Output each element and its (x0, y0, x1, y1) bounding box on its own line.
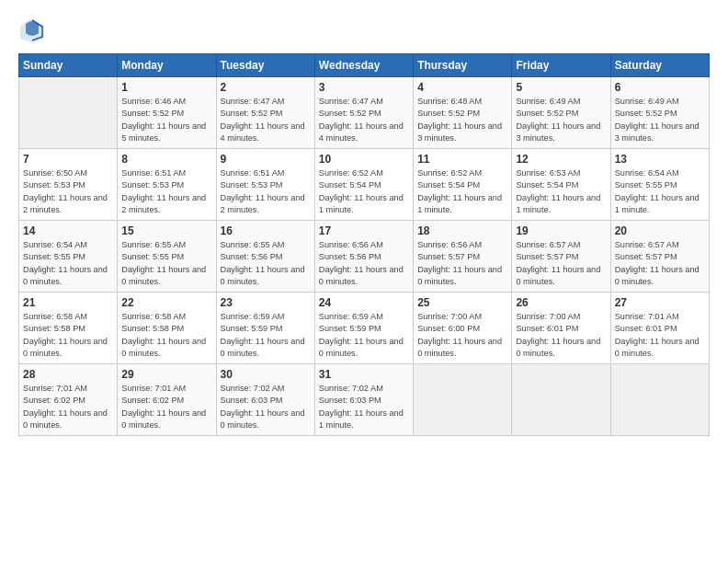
day-cell: 10Sunrise: 6:52 AMSunset: 5:54 PMDayligh… (314, 149, 413, 221)
day-info: Sunrise: 6:59 AMSunset: 5:59 PMDaylight:… (319, 311, 409, 360)
day-info: Sunrise: 6:58 AMSunset: 5:58 PMDaylight:… (121, 311, 211, 360)
day-number: 9 (221, 153, 311, 166)
day-info: Sunrise: 6:55 AMSunset: 5:56 PMDaylight:… (221, 239, 311, 288)
day-number: 20 (615, 224, 705, 237)
day-cell: 23Sunrise: 6:59 AMSunset: 5:59 PMDayligh… (216, 293, 314, 364)
day-cell: 27Sunrise: 7:01 AMSunset: 6:01 PMDayligh… (610, 293, 709, 364)
day-cell: 20Sunrise: 6:57 AMSunset: 5:57 PMDayligh… (610, 221, 709, 293)
day-number: 24 (319, 296, 409, 309)
calendar-page: SundayMondayTuesdayWednesdayThursdayFrid… (0, 0, 728, 563)
day-number: 3 (319, 81, 409, 94)
calendar-table: SundayMondayTuesdayWednesdayThursdayFrid… (18, 53, 710, 436)
day-number: 15 (121, 224, 211, 237)
day-number: 23 (221, 296, 311, 309)
day-info: Sunrise: 7:02 AMSunset: 6:03 PMDaylight:… (319, 383, 409, 431)
day-number: 13 (615, 153, 705, 166)
day-info: Sunrise: 7:00 AMSunset: 6:01 PMDaylight:… (516, 311, 606, 360)
day-info: Sunrise: 6:57 AMSunset: 5:57 PMDaylight:… (615, 239, 705, 288)
day-number: 14 (23, 224, 113, 237)
day-info: Sunrise: 6:46 AMSunset: 5:52 PMDaylight:… (121, 96, 211, 144)
day-cell (512, 364, 610, 436)
header (18, 17, 710, 44)
day-info: Sunrise: 6:47 AMSunset: 5:52 PMDaylight:… (221, 96, 311, 144)
day-info: Sunrise: 7:00 AMSunset: 6:00 PMDaylight:… (417, 311, 507, 360)
day-number: 17 (319, 224, 409, 237)
day-cell: 8Sunrise: 6:51 AMSunset: 5:53 PMDaylight… (118, 149, 216, 221)
day-number: 21 (23, 296, 113, 309)
day-number: 2 (221, 81, 311, 94)
day-number: 26 (516, 296, 606, 309)
day-info: Sunrise: 6:49 AMSunset: 5:52 PMDaylight:… (615, 96, 705, 144)
col-header-friday: Friday (512, 54, 610, 77)
week-row-2: 7Sunrise: 6:50 AMSunset: 5:53 PMDaylight… (19, 149, 710, 221)
day-cell: 13Sunrise: 6:54 AMSunset: 5:55 PMDayligh… (610, 149, 709, 221)
day-info: Sunrise: 6:58 AMSunset: 5:58 PMDaylight:… (23, 311, 113, 360)
calendar-body: 1Sunrise: 6:46 AMSunset: 5:52 PMDaylight… (19, 77, 710, 436)
day-number: 12 (516, 153, 606, 166)
day-cell: 1Sunrise: 6:46 AMSunset: 5:52 PMDaylight… (118, 77, 216, 149)
day-cell: 16Sunrise: 6:55 AMSunset: 5:56 PMDayligh… (216, 221, 314, 293)
logo (18, 17, 50, 44)
day-cell: 11Sunrise: 6:52 AMSunset: 5:54 PMDayligh… (414, 149, 512, 221)
day-info: Sunrise: 6:49 AMSunset: 5:52 PMDaylight:… (516, 96, 606, 144)
day-number: 31 (319, 368, 409, 381)
day-info: Sunrise: 6:52 AMSunset: 5:54 PMDaylight:… (417, 167, 507, 216)
day-cell (19, 77, 118, 149)
week-row-3: 14Sunrise: 6:54 AMSunset: 5:55 PMDayligh… (19, 221, 710, 293)
day-info: Sunrise: 6:48 AMSunset: 5:52 PMDaylight:… (417, 96, 507, 144)
day-number: 28 (23, 368, 113, 381)
day-number: 22 (121, 296, 211, 309)
day-info: Sunrise: 7:01 AMSunset: 6:02 PMDaylight:… (23, 383, 113, 431)
day-info: Sunrise: 6:53 AMSunset: 5:54 PMDaylight:… (516, 167, 606, 216)
day-cell: 28Sunrise: 7:01 AMSunset: 6:02 PMDayligh… (19, 364, 118, 436)
day-info: Sunrise: 6:50 AMSunset: 5:53 PMDaylight:… (23, 167, 113, 216)
day-cell: 17Sunrise: 6:56 AMSunset: 5:56 PMDayligh… (314, 221, 413, 293)
day-cell: 22Sunrise: 6:58 AMSunset: 5:58 PMDayligh… (118, 293, 216, 364)
day-number: 7 (23, 153, 113, 166)
day-cell: 26Sunrise: 7:00 AMSunset: 6:01 PMDayligh… (512, 293, 610, 364)
day-cell: 5Sunrise: 6:49 AMSunset: 5:52 PMDaylight… (512, 77, 610, 149)
day-info: Sunrise: 6:51 AMSunset: 5:53 PMDaylight:… (121, 167, 211, 216)
day-number: 1 (121, 81, 211, 94)
day-number: 5 (516, 81, 606, 94)
logo-icon (18, 17, 46, 44)
day-cell: 7Sunrise: 6:50 AMSunset: 5:53 PMDaylight… (19, 149, 118, 221)
col-header-monday: Monday (118, 54, 216, 77)
col-header-wednesday: Wednesday (314, 54, 413, 77)
day-info: Sunrise: 6:59 AMSunset: 5:59 PMDaylight:… (221, 311, 311, 360)
day-cell: 6Sunrise: 6:49 AMSunset: 5:52 PMDaylight… (610, 77, 709, 149)
col-header-tuesday: Tuesday (216, 54, 314, 77)
day-info: Sunrise: 6:51 AMSunset: 5:53 PMDaylight:… (221, 167, 311, 216)
day-info: Sunrise: 7:02 AMSunset: 6:03 PMDaylight:… (221, 383, 311, 431)
day-info: Sunrise: 6:54 AMSunset: 5:55 PMDaylight:… (615, 167, 705, 216)
col-header-sunday: Sunday (19, 54, 118, 77)
day-info: Sunrise: 6:57 AMSunset: 5:57 PMDaylight:… (516, 239, 606, 288)
day-number: 4 (417, 81, 507, 94)
week-row-5: 28Sunrise: 7:01 AMSunset: 6:02 PMDayligh… (19, 364, 710, 436)
day-info: Sunrise: 6:56 AMSunset: 5:56 PMDaylight:… (319, 239, 409, 288)
col-header-saturday: Saturday (610, 54, 709, 77)
day-cell: 19Sunrise: 6:57 AMSunset: 5:57 PMDayligh… (512, 221, 610, 293)
day-info: Sunrise: 6:52 AMSunset: 5:54 PMDaylight:… (319, 167, 409, 216)
calendar-header: SundayMondayTuesdayWednesdayThursdayFrid… (19, 54, 710, 77)
day-cell: 4Sunrise: 6:48 AMSunset: 5:52 PMDaylight… (414, 77, 512, 149)
day-cell: 15Sunrise: 6:55 AMSunset: 5:55 PMDayligh… (118, 221, 216, 293)
day-cell: 3Sunrise: 6:47 AMSunset: 5:52 PMDaylight… (314, 77, 413, 149)
day-cell: 9Sunrise: 6:51 AMSunset: 5:53 PMDaylight… (216, 149, 314, 221)
day-number: 19 (516, 224, 606, 237)
day-cell: 14Sunrise: 6:54 AMSunset: 5:55 PMDayligh… (19, 221, 118, 293)
day-number: 8 (121, 153, 211, 166)
day-cell: 18Sunrise: 6:56 AMSunset: 5:57 PMDayligh… (414, 221, 512, 293)
day-info: Sunrise: 6:54 AMSunset: 5:55 PMDaylight:… (23, 239, 113, 288)
day-number: 10 (319, 153, 409, 166)
day-number: 27 (615, 296, 705, 309)
day-cell: 29Sunrise: 7:01 AMSunset: 6:02 PMDayligh… (118, 364, 216, 436)
day-cell: 21Sunrise: 6:58 AMSunset: 5:58 PMDayligh… (19, 293, 118, 364)
day-cell: 24Sunrise: 6:59 AMSunset: 5:59 PMDayligh… (314, 293, 413, 364)
day-number: 25 (417, 296, 507, 309)
day-number: 11 (417, 153, 507, 166)
day-info: Sunrise: 6:55 AMSunset: 5:55 PMDaylight:… (121, 239, 211, 288)
day-info: Sunrise: 7:01 AMSunset: 6:01 PMDaylight:… (615, 311, 705, 360)
day-number: 18 (417, 224, 507, 237)
week-row-1: 1Sunrise: 6:46 AMSunset: 5:52 PMDaylight… (19, 77, 710, 149)
